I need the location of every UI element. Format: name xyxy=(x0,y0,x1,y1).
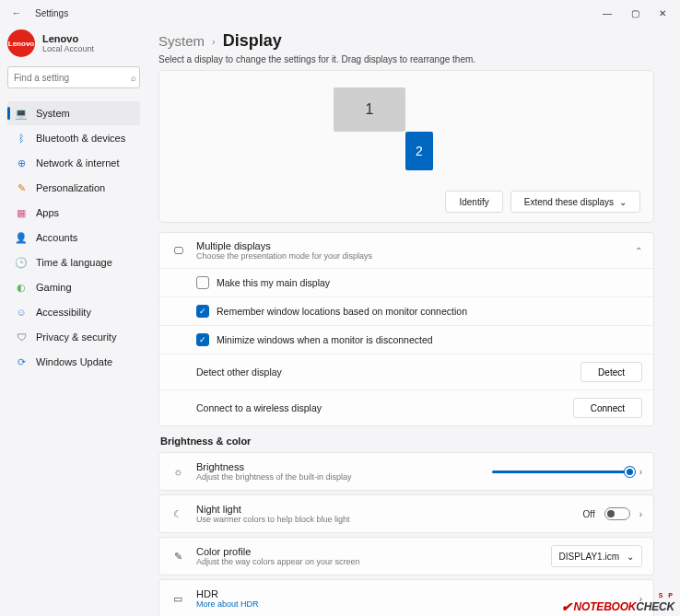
shield-check-icon: ✔ xyxy=(561,599,572,614)
row-detect-display: Detect other display Detect xyxy=(159,354,653,390)
nav-item-windows-update[interactable]: ⟳Windows Update xyxy=(7,350,140,374)
brightness-slider[interactable] xyxy=(492,471,630,473)
profile-sub: Local Account xyxy=(42,44,94,53)
window-controls: — ▢ ✕ xyxy=(593,0,676,26)
nav-icon: 💻 xyxy=(15,108,28,120)
profile-block[interactable]: Lenovo Lenovo Local Account xyxy=(7,29,140,57)
nav-label: Privacy & security xyxy=(36,331,116,343)
nav-item-personalization[interactable]: ✎Personalization xyxy=(7,176,140,200)
avatar: Lenovo xyxy=(7,29,35,57)
page-title: Display xyxy=(223,31,282,51)
nav-item-system[interactable]: 💻System xyxy=(7,101,140,125)
profile-name: Lenovo xyxy=(42,33,94,44)
brightness-setting[interactable]: ☼ Brightness Adjust the brightness of th… xyxy=(158,452,654,491)
nav-icon: ☺ xyxy=(15,307,28,318)
nav-icon: ◐ xyxy=(15,282,28,294)
nav-item-time-language[interactable]: 🕒Time & language xyxy=(7,250,140,274)
back-button[interactable]: ← xyxy=(4,7,29,18)
nav-label: Personalization xyxy=(36,182,105,193)
main-content: System › Display Select a display to cha… xyxy=(146,26,680,616)
nav-label: Apps xyxy=(36,207,59,218)
nav-item-bluetooth-devices[interactable]: ᛒBluetooth & devices xyxy=(7,126,140,150)
nav-label: Network & internet xyxy=(36,157,119,169)
sidebar: Lenovo Lenovo Local Account ⌕ 💻SystemᛒBl… xyxy=(0,26,146,616)
nav-icon: ▦ xyxy=(15,207,28,219)
nav-item-network-internet[interactable]: ⊕Network & internet xyxy=(7,151,140,175)
maximize-button[interactable]: ▢ xyxy=(621,0,649,26)
checkbox-checked[interactable]: ✓ xyxy=(196,305,209,318)
chevron-up-icon: ⌃ xyxy=(635,246,642,256)
checkbox-checked[interactable]: ✓ xyxy=(196,333,209,346)
monitor-1[interactable]: 1 xyxy=(334,87,405,132)
option-minimize-disconnect[interactable]: ✓ Minimize windows when a monitor is dis… xyxy=(159,326,653,354)
watermark: S P ✔ NOTEBOOKCHECK xyxy=(561,599,674,614)
nav-label: Accounts xyxy=(36,232,77,243)
nav-label: Time & language xyxy=(36,257,112,268)
multiple-displays-header[interactable]: 🖵 Multiple displays Choose the presentat… xyxy=(159,233,653,269)
nav-label: System xyxy=(36,108,70,119)
row-wireless-display: Connect to a wireless display Connect xyxy=(159,390,653,425)
minimize-button[interactable]: — xyxy=(593,0,621,26)
search-icon: ⌕ xyxy=(131,73,136,83)
nav-label: Bluetooth & devices xyxy=(36,133,125,144)
extend-dropdown[interactable]: Extend these displays⌄ xyxy=(510,191,640,213)
nav-icon: ✎ xyxy=(15,182,28,194)
hdr-icon: ▭ xyxy=(170,593,185,605)
nav-item-gaming[interactable]: ◐Gaming xyxy=(7,275,140,299)
nav-item-accessibility[interactable]: ☺Accessibility xyxy=(7,300,140,324)
section-brightness: Brightness & color xyxy=(160,436,654,447)
option-remember-locations[interactable]: ✓ Remember window locations based on mon… xyxy=(159,297,653,326)
nav-icon: 👤 xyxy=(15,232,28,244)
chevron-down-icon: ⌄ xyxy=(619,197,627,207)
nav-label: Gaming xyxy=(36,282,72,293)
nav-list: 💻SystemᛒBluetooth & devices⊕Network & in… xyxy=(7,101,140,374)
titlebar: ← Settings — ▢ ✕ xyxy=(0,0,680,26)
chevron-down-icon: ⌄ xyxy=(627,552,634,562)
moon-icon: ☾ xyxy=(170,508,185,520)
nav-icon: 🛡 xyxy=(15,331,28,343)
display-stage[interactable]: 1 2 xyxy=(172,80,640,191)
chevron-right-icon: › xyxy=(639,509,642,519)
night-light-toggle[interactable] xyxy=(604,507,630,520)
nav-icon: 🕒 xyxy=(15,257,28,269)
nav-item-privacy-security[interactable]: 🛡Privacy & security xyxy=(7,325,140,349)
color-profile-setting[interactable]: ✎ Color profile Adjust the way colors ap… xyxy=(158,537,654,575)
chevron-right-icon: › xyxy=(212,36,216,47)
nav-item-accounts[interactable]: 👤Accounts xyxy=(7,226,140,250)
window-title: Settings xyxy=(29,8,68,18)
hdr-link[interactable]: More about HDR xyxy=(196,599,259,609)
night-light-setting[interactable]: ☾ Night light Use warmer colors to help … xyxy=(158,494,654,533)
nav-label: Windows Update xyxy=(36,356,112,367)
nav-item-apps[interactable]: ▦Apps xyxy=(7,201,140,225)
detect-button[interactable]: Detect xyxy=(580,362,642,382)
breadcrumb: System › Display xyxy=(158,31,654,51)
palette-icon: ✎ xyxy=(170,551,185,563)
monitors-icon: 🖵 xyxy=(170,245,185,256)
sun-icon: ☼ xyxy=(170,466,185,477)
identify-button[interactable]: Identify xyxy=(445,191,502,213)
monitor-2[interactable]: 2 xyxy=(405,132,433,170)
search-input[interactable] xyxy=(14,73,131,83)
option-main-display[interactable]: Make this my main display xyxy=(159,269,653,297)
color-profile-dropdown[interactable]: DISPLAY1.icm⌄ xyxy=(551,545,642,567)
nav-icon: ᛒ xyxy=(15,133,28,144)
nav-icon: ⟳ xyxy=(15,356,28,368)
breadcrumb-parent[interactable]: System xyxy=(158,33,205,49)
page-hint: Select a display to change the settings … xyxy=(158,54,654,64)
search-box[interactable]: ⌕ xyxy=(7,66,140,88)
nav-label: Accessibility xyxy=(36,307,91,318)
display-arrange-panel: 1 2 Identify Extend these displays⌄ xyxy=(158,70,654,223)
connect-button[interactable]: Connect xyxy=(573,398,642,418)
multiple-displays-card: 🖵 Multiple displays Choose the presentat… xyxy=(158,232,654,426)
nav-icon: ⊕ xyxy=(15,157,28,169)
chevron-right-icon: › xyxy=(639,467,642,477)
checkbox[interactable] xyxy=(196,276,209,289)
close-button[interactable]: ✕ xyxy=(649,0,676,26)
